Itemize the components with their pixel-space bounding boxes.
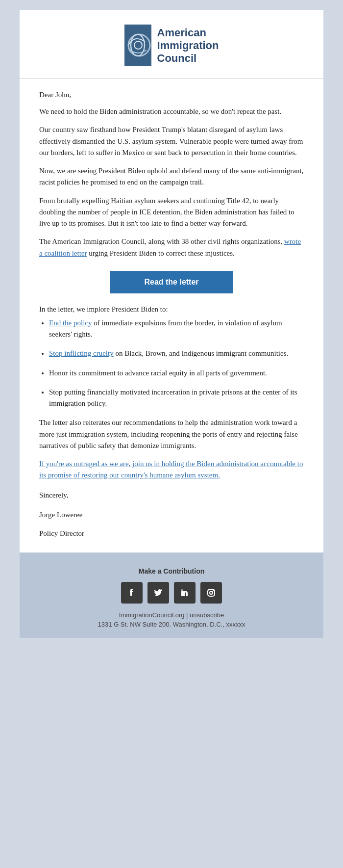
unsubscribe-link[interactable]: unsubscribe <box>190 611 224 619</box>
list-item: Stop putting financially motivated incar… <box>49 387 304 410</box>
list-item: Stop inflicting cruelty on Black, Brown,… <box>49 348 304 359</box>
paragraph-2: Our country saw firsthand how President … <box>39 124 304 158</box>
email-wrapper: American Immigration Council Dear John, … <box>0 0 343 648</box>
list-item: Honor its commitment to advance racial e… <box>49 368 304 379</box>
svg-point-7 <box>210 591 213 594</box>
logo-line2: Immigration <box>157 39 219 52</box>
read-letter-button[interactable]: Read the letter <box>110 271 233 293</box>
svg-rect-4 <box>181 591 183 596</box>
sincerely: Sincerely, <box>39 491 304 500</box>
twitter-icon[interactable] <box>147 582 169 604</box>
logo-icon <box>124 25 151 66</box>
paragraph-1: We need to hold the Biden administration… <box>39 106 304 117</box>
instagram-icon[interactable] <box>200 582 222 604</box>
paragraph-5-after: urging President Biden to correct these … <box>89 249 235 257</box>
contribute-label: Make a Contribution <box>29 567 314 575</box>
email-card: American Immigration Council Dear John, … <box>20 10 323 638</box>
footer-links: ImmigrationCouncil.org | unsubscribe <box>29 611 314 619</box>
svg-point-8 <box>213 590 214 591</box>
paragraph-4: From brutally expelling Haitian asylum s… <box>39 195 304 230</box>
email-footer: Make a Contribution <box>20 552 323 638</box>
facebook-icon[interactable] <box>121 582 143 604</box>
cta-container: Read the letter <box>39 271 304 293</box>
bullet-link-1[interactable]: End the policy <box>49 319 92 327</box>
footer-address: 1331 G St. NW Suite 200. Washington, D.C… <box>29 621 314 628</box>
sender-name: Jorge Loweree <box>39 511 304 519</box>
linkedin-icon[interactable] <box>174 582 196 604</box>
email-body: Dear John, We need to hold the Biden adm… <box>20 79 323 552</box>
paragraph-5: The American Immigration Council, along … <box>39 236 304 259</box>
bullet-text-3: Honor its commitment to advance racial e… <box>49 369 267 377</box>
bullet-link-2[interactable]: Stop inflicting cruelty <box>49 349 114 357</box>
logo-container: American Immigration Council <box>124 25 219 66</box>
paragraph-5-before: The American Immigration Council, along … <box>39 237 282 245</box>
bullet-list: End the policy of immediate expulsions f… <box>49 317 304 410</box>
sender-title: Policy Director <box>39 529 304 538</box>
svg-point-5 <box>181 589 183 591</box>
logo-line1: American <box>157 26 219 39</box>
implore-intro: In the letter, we implore President Bide… <box>39 305 304 314</box>
closing-link[interactable]: If you're as outraged as we are, join us… <box>39 458 304 481</box>
logo-text: American Immigration Council <box>157 26 219 65</box>
website-link[interactable]: ImmigrationCouncil.org <box>119 611 185 619</box>
paragraph-3: Now, we are seeing President Biden uphol… <box>39 165 304 188</box>
bullet-text-4: Stop putting financially motivated incar… <box>49 388 297 407</box>
paragraph-after-list: The letter also reiterates our recommend… <box>39 417 304 451</box>
greeting: Dear John, <box>39 91 304 99</box>
email-header: American Immigration Council <box>20 10 323 79</box>
bullet-text-2: on Black, Brown, and Indigenous immigran… <box>115 349 288 357</box>
logo-line3: Council <box>157 52 219 65</box>
list-item: End the policy of immediate expulsions f… <box>49 317 304 341</box>
social-icons-container <box>29 582 314 604</box>
